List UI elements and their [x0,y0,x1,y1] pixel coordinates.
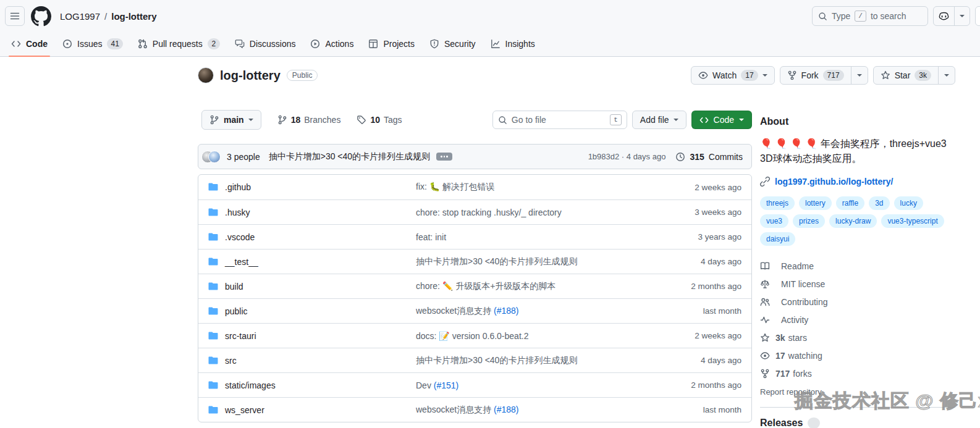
tab-actions[interactable]: Actions [304,31,360,56]
commit-message-link[interactable]: docs: 📝 version 0.6.0-beat.2 [416,331,528,341]
topic-tag[interactable]: threejs [760,196,795,210]
tab-pull-requests[interactable]: Pull requests 2 [132,31,226,56]
branch-selector[interactable]: main [201,110,261,130]
repo-forked-icon [760,369,770,379]
latest-commit-message[interactable]: 抽中卡片增加>30 <40的卡片排列生成规则 [269,151,430,162]
branches-link[interactable]: 18 Branches [277,115,341,125]
file-link[interactable]: .vscode [225,232,255,242]
contributors-link[interactable]: 3 people [227,152,260,162]
github-logo-icon[interactable] [31,6,51,27]
contributing-link[interactable]: Contributing [760,293,955,311]
global-search-input[interactable]: Type / to search [812,6,928,26]
topic-tag[interactable]: lucky-draw [829,214,877,228]
code-download-button[interactable]: Code [691,111,752,129]
tags-link[interactable]: 10 Tags [357,115,402,125]
folder-icon [208,380,218,390]
topic-tag[interactable]: vue3-typescript [881,214,944,228]
topic-tag[interactable]: lucky [894,196,923,210]
tab-insights[interactable]: Insights [484,31,541,56]
file-link[interactable]: static/images [225,380,276,390]
issue-ref-link[interactable]: (#188) [494,306,518,316]
topic-tag[interactable]: 3d [869,196,889,210]
file-link[interactable]: build [225,282,243,292]
file-link[interactable]: ws_server [225,405,264,415]
tab-label: Pull requests [153,39,203,49]
owner-avatar[interactable] [198,67,214,83]
readme-link[interactable]: Readme [760,257,955,275]
tab-security[interactable]: Security [423,31,482,56]
code-icon [699,115,709,125]
eye-icon [760,351,770,361]
commit-history-link[interactable]: 315 Commits [675,152,743,162]
copilot-menu-button[interactable] [954,7,969,25]
commit-message-link[interactable]: 抽中卡片增加>30 <40的卡片排列生成规则 [416,256,577,266]
topic-tag[interactable]: daisyui [760,232,795,246]
activity-link[interactable]: Activity [760,311,955,329]
issue-ref-link[interactable]: (#188) [494,405,518,414]
commit-message-link[interactable]: websocket消息支持 [416,405,494,414]
branches-label: Branches [304,115,340,125]
commit-message-link[interactable]: websocket消息支持 [416,306,494,316]
github-repo-page: LOG1997 / log-lottery Type / to search [0,0,980,428]
watch-button[interactable]: Watch 17 [691,67,774,84]
tab-projects[interactable]: Projects [362,31,421,56]
commit-sha-and-time[interactable]: 1b983d2 · 4 days ago [588,152,666,161]
folder-icon [208,306,218,316]
report-repository-link[interactable]: Report repository [760,387,822,397]
license-link[interactable]: MIT license [760,275,955,293]
breadcrumb-owner[interactable]: LOG1997 [60,11,100,22]
tab-label: Projects [383,39,415,49]
releases-title[interactable]: Releases [760,418,803,428]
commit-message-link[interactable]: chore: ✏️ 升级版本+升级版本的脚本 [416,281,555,291]
file-toolbar: main 18 Branches 10 Tags Go to file [198,110,752,130]
stars-link[interactable]: 3k stars [760,329,955,346]
commit-message-ellipsis-button[interactable] [436,153,452,161]
fork-button[interactable]: Fork 717 [780,67,851,84]
contributor-avatars[interactable] [207,151,221,163]
repo-nav-tabs: Code Issues 41 Pull requests 2 Discussio… [5,31,544,56]
star-button[interactable]: Star 3k [874,67,938,84]
go-to-file-input[interactable]: Go to file t [492,111,627,129]
commit-message-link[interactable]: 抽中卡片增加>30 <40的卡片排列生成规则 [416,355,577,365]
tab-discussions[interactable]: Discussions [229,31,302,56]
file-link[interactable]: .github [225,182,251,192]
commit-message-link[interactable]: feat: init [416,232,446,242]
commit-message-link[interactable]: chore: stop tracking .husky/_ directory [416,208,562,217]
tab-code[interactable]: Code [5,31,54,56]
breadcrumb-repo[interactable]: log-lottery [111,11,156,22]
code-button-label: Code [714,115,734,125]
fork-menu-button[interactable] [851,67,868,84]
commits-label: Commits [709,152,743,162]
commit-message-link[interactable]: Dev [416,380,434,390]
topic-tag[interactable]: raffle [836,196,864,210]
detail-label: watching [788,351,822,361]
star-menu-button[interactable] [938,67,955,84]
repo-website-link[interactable]: log1997.github.io/log-lottery/ [760,177,955,187]
releases-count-badge [808,418,820,428]
forks-link[interactable]: 717 forks [760,364,955,382]
table-row: src-tauri docs: 📝 version 0.6.0-beat.2 2… [198,323,751,348]
topic-tag[interactable]: prizes [793,214,825,228]
table-row: src 抽中卡片增加>30 <40的卡片排列生成规则 4 days ago [198,348,751,372]
topic-tag[interactable]: lottery [799,196,832,210]
topic-tag[interactable]: vue3 [760,214,788,228]
file-link[interactable]: __test__ [225,257,258,267]
commit-message-link[interactable]: fix: 🐛 解决打包错误 [416,182,494,191]
detail-label: Readme [781,261,814,271]
file-table: .github fix: 🐛 解决打包错误 2 weeks ago .husky… [198,174,752,422]
file-link[interactable]: .husky [225,208,250,217]
file-link[interactable]: public [225,306,248,316]
issue-ref-link[interactable]: (#151) [434,380,458,390]
watching-link[interactable]: 17 watching [760,346,955,364]
repo-title[interactable]: log-lottery [220,69,281,83]
tab-issues[interactable]: Issues 41 [56,31,129,56]
copilot-button[interactable] [934,7,954,25]
add-file-button[interactable]: Add file [632,111,686,129]
cropped-header-button[interactable] [975,6,980,26]
tab-label: Issues [77,39,102,49]
copilot-icon [939,11,949,22]
file-link[interactable]: src-tauri [225,331,256,341]
global-nav-menu-button[interactable] [5,6,25,26]
file-link[interactable]: src [225,356,237,366]
app-header: LOG1997 / log-lottery Type / to search [0,0,980,57]
